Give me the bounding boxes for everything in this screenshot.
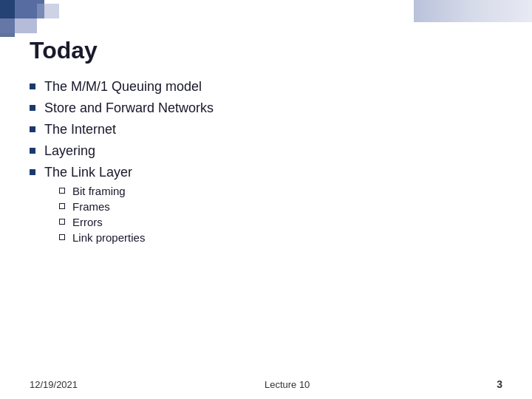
slide-title: Today <box>30 37 502 64</box>
footer-page: 3 <box>497 378 502 390</box>
bullet-text: The M/M/1 Queuing model <box>44 79 202 95</box>
main-bullet-list: The M/M/1 Queuing modelStore and Forward… <box>30 79 502 247</box>
bullet-item: Store and Forward Networks <box>30 100 502 116</box>
corner-decoration <box>0 0 89 37</box>
bullet-text: Store and Forward Networks <box>44 100 214 116</box>
sub-bullet-text: Link properties <box>72 231 145 244</box>
bullet-square-icon <box>30 126 35 132</box>
bullet-item: The Internet <box>30 122 502 137</box>
sub-bullet-item: Link properties <box>59 231 145 244</box>
bullet-item: Layering <box>30 143 502 159</box>
footer: 12/19/2021 Lecture 10 3 <box>30 378 502 390</box>
sub-bullet-list: Bit framingFramesErrorsLink properties <box>59 185 145 244</box>
sub-bullet-text: Bit framing <box>72 185 126 197</box>
bullet-text: Layering <box>44 143 95 159</box>
sub-bullet-item: Frames <box>59 200 145 213</box>
sub-bullet-square-icon <box>59 188 65 194</box>
bullet-text: The Link Layer <box>44 165 145 180</box>
bullet-square-icon <box>30 169 35 175</box>
sub-bullet-text: Frames <box>72 200 110 213</box>
sub-bullet-text: Errors <box>72 216 103 228</box>
bullet-square-icon <box>30 83 35 89</box>
footer-lecture: Lecture 10 <box>265 379 310 390</box>
bullet-square-icon <box>30 105 35 111</box>
footer-date: 12/19/2021 <box>30 379 78 390</box>
right-decoration <box>414 0 532 22</box>
bullet-item: The M/M/1 Queuing model <box>30 79 502 95</box>
bullet-square-icon <box>30 148 35 154</box>
bullet-content-wrapper: The Link LayerBit framingFramesErrorsLin… <box>44 165 145 247</box>
bullet-item: The Link LayerBit framingFramesErrorsLin… <box>30 165 502 247</box>
sub-bullet-item: Bit framing <box>59 185 145 197</box>
sub-bullet-square-icon <box>59 203 65 209</box>
sub-bullet-square-icon <box>59 234 65 240</box>
slide-content: Today The M/M/1 Queuing modelStore and F… <box>30 37 502 369</box>
sub-bullet-item: Errors <box>59 216 145 228</box>
sub-bullet-square-icon <box>59 219 65 225</box>
bullet-text: The Internet <box>44 122 116 137</box>
